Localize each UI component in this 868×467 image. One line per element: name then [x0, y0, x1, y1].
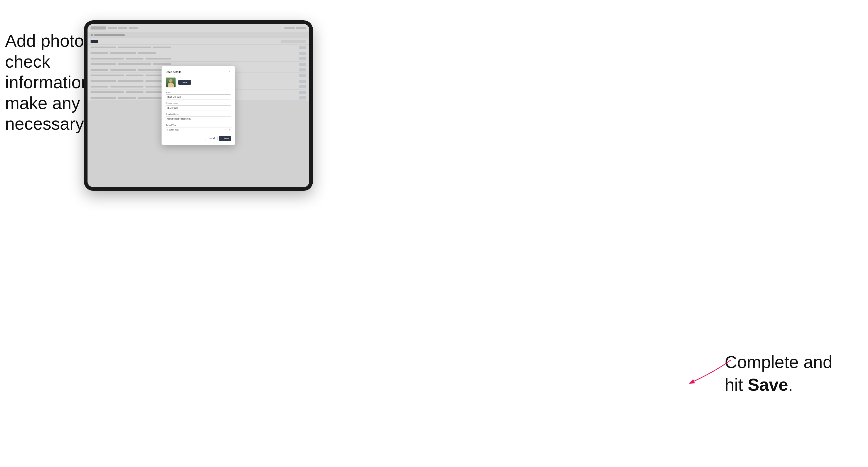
save-label: Save [223, 137, 229, 139]
display-name-field-group: Display name [165, 102, 231, 111]
school-year-label: School Year [165, 124, 231, 126]
app-background: User details × Upload Name [88, 24, 309, 187]
user-photo [166, 77, 176, 87]
annotation-right: Complete and hit Save. [725, 351, 832, 396]
tablet-screen: User details × Upload Name [88, 24, 309, 187]
save-button[interactable]: ↑ Save [219, 136, 231, 141]
modal-overlay: User details × Upload Name [88, 24, 309, 187]
user-details-modal: User details × Upload Name [161, 66, 235, 145]
name-input[interactable] [165, 94, 231, 99]
school-year-field-group: School Year × ▾ [165, 124, 231, 132]
tablet-device: User details × Upload Name [84, 20, 313, 191]
email-field-group: Email address [165, 113, 231, 121]
display-name-label: Display name [165, 102, 231, 104]
email-label: Email address [165, 113, 231, 115]
name-label: Name [165, 91, 231, 93]
school-year-select-wrapper: × ▾ [165, 127, 231, 132]
name-field-group: Name [165, 91, 231, 99]
display-name-input[interactable] [165, 105, 231, 111]
clear-icon[interactable]: × [225, 128, 227, 131]
email-input[interactable] [165, 116, 231, 121]
modal-title: User details [165, 70, 181, 73]
modal-footer: Cancel ↑ Save [165, 136, 231, 141]
school-year-input[interactable] [165, 127, 231, 132]
cancel-button[interactable]: Cancel [205, 136, 218, 141]
close-button[interactable]: × [228, 70, 231, 74]
upload-photo-button[interactable]: Upload [178, 80, 191, 85]
photo-section: Upload [165, 77, 231, 88]
dropdown-icon[interactable]: ▾ [229, 128, 230, 131]
modal-header: User details × [165, 70, 231, 74]
save-icon: ↑ [222, 137, 223, 139]
user-photo-thumbnail [165, 77, 176, 88]
